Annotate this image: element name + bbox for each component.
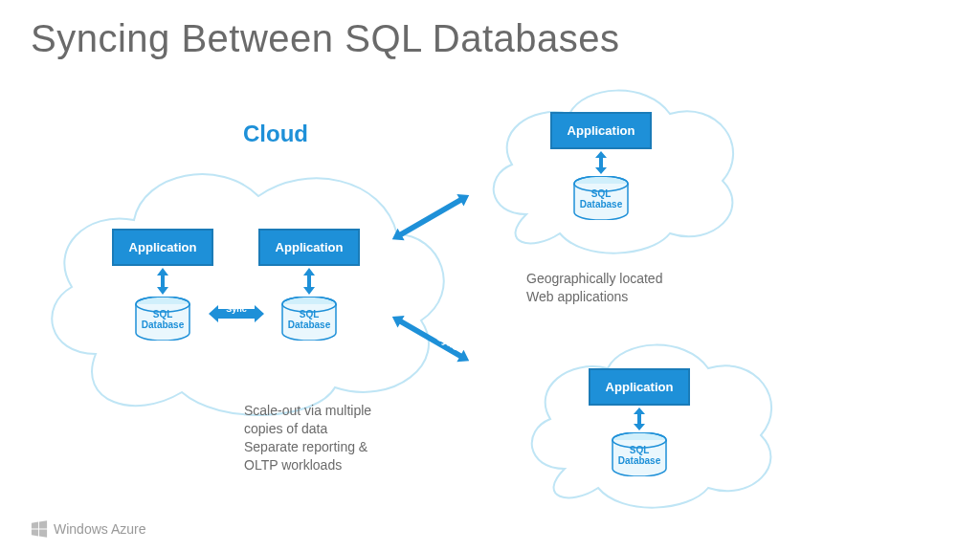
side-text-bottom: Scale-out via multiple copies of data Se…	[244, 402, 371, 474]
db-label: SQLDatabase	[134, 309, 191, 330]
database-icon-bottom: SQLDatabase	[611, 432, 668, 476]
vertical-arrow-icon	[157, 268, 168, 295]
windows-icon	[31, 520, 48, 538]
db-label: SQLDatabase	[611, 445, 668, 466]
app-box-bottom: Application	[589, 368, 690, 406]
svg-marker-7	[595, 151, 607, 174]
svg-marker-0	[157, 268, 168, 295]
side-text-top: Geographically located Web applications	[526, 270, 662, 306]
db-label: SQLDatabase	[280, 309, 338, 330]
sync-arrow-horizontal: Sync	[209, 305, 264, 322]
app-box-main-2: Application	[258, 229, 360, 266]
database-icon-top: SQLDatabase	[572, 176, 630, 220]
cloud-top-right	[479, 80, 746, 253]
database-icon-main-2: SQLDatabase	[280, 297, 338, 341]
svg-marker-10	[634, 408, 645, 430]
vertical-arrow-icon	[303, 268, 315, 295]
footer-brand-text: Windows Azure	[54, 521, 145, 537]
vertical-arrow-icon	[595, 151, 607, 174]
svg-marker-14	[389, 311, 473, 367]
sync-arrow-diag-top: Sync	[383, 187, 479, 282]
svg-marker-13	[389, 189, 473, 246]
vertical-arrow-icon	[634, 408, 645, 430]
db-label: SQLDatabase	[572, 188, 630, 209]
cloud-bottom-right	[517, 335, 785, 507]
page-title: Syncing Between SQL Databases	[31, 17, 620, 60]
sync-arrow-diag-bottom: Sync	[383, 308, 479, 404]
footer-brand: Windows Azure	[31, 520, 145, 538]
svg-marker-1	[303, 268, 315, 295]
app-box-top: Application	[550, 112, 652, 149]
database-icon-main-1: SQLDatabase	[134, 297, 191, 341]
cloud-label: Cloud	[243, 121, 308, 147]
sync-label: Sync	[209, 304, 264, 314]
app-box-main-1: Application	[112, 229, 213, 266]
